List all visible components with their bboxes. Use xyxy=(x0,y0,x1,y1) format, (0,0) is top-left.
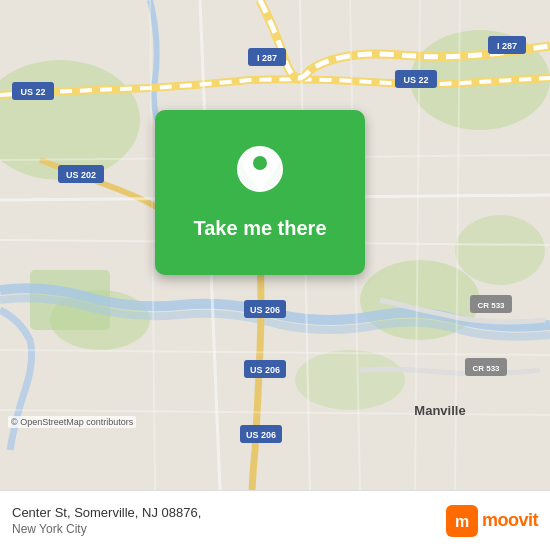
svg-text:US 22: US 22 xyxy=(20,87,45,97)
svg-text:US 22: US 22 xyxy=(403,75,428,85)
svg-text:I 287: I 287 xyxy=(497,41,517,51)
attribution: © OpenStreetMap contributors xyxy=(8,416,136,428)
svg-text:CR 533: CR 533 xyxy=(477,301,505,310)
svg-text:US 202: US 202 xyxy=(66,170,96,180)
bottom-left: Center St, Somerville, NJ 08876, New Yor… xyxy=(12,505,201,536)
moovit-icon: m xyxy=(446,505,478,537)
map-container: US 22 US 22 I 287 I 287 US 202 US 206 US… xyxy=(0,0,550,490)
moovit-text: moovit xyxy=(482,510,538,531)
moovit-logo: m moovit xyxy=(446,505,538,537)
bottom-bar: Center St, Somerville, NJ 08876, New Yor… xyxy=(0,490,550,550)
svg-point-42 xyxy=(253,156,267,170)
svg-text:Manville: Manville xyxy=(414,403,465,418)
svg-point-7 xyxy=(295,350,405,410)
location-pin-icon xyxy=(234,145,286,207)
take-me-there-card[interactable]: Take me there xyxy=(155,110,365,275)
svg-point-6 xyxy=(455,215,545,285)
svg-text:CR 533: CR 533 xyxy=(472,364,500,373)
city-text: New York City xyxy=(12,522,201,536)
svg-text:US 206: US 206 xyxy=(246,430,276,440)
svg-text:m: m xyxy=(455,513,469,530)
take-me-there-label: Take me there xyxy=(193,217,326,240)
svg-text:I 287: I 287 xyxy=(257,53,277,63)
svg-text:US 206: US 206 xyxy=(250,365,280,375)
svg-text:US 206: US 206 xyxy=(250,305,280,315)
address-text: Center St, Somerville, NJ 08876, xyxy=(12,505,201,520)
